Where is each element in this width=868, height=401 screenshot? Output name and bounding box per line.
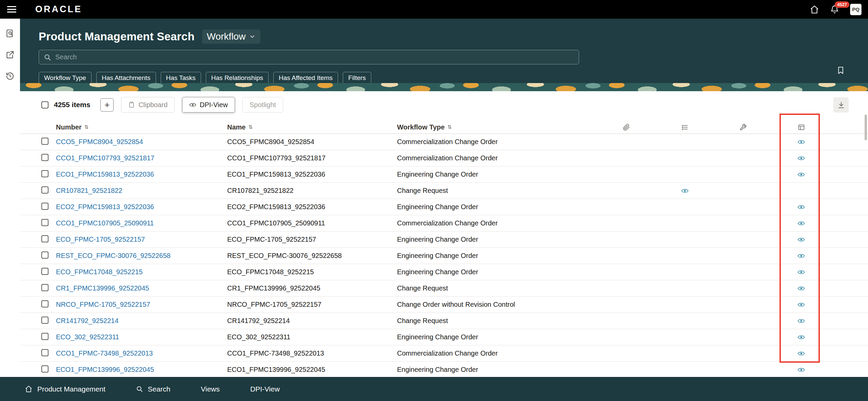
row-number-link[interactable]: CCO1_FPMC107905_25090911 [56, 219, 154, 227]
view-dpi-eye-icon[interactable] [797, 171, 805, 178]
row-number-link[interactable]: ECO_302_92522311 [56, 333, 119, 341]
notifications-bell-icon[interactable]: 4527 [830, 5, 839, 14]
dpi-eye-cell [772, 285, 830, 292]
row-checkbox[interactable] [41, 235, 48, 242]
filter-chip-workflow-type[interactable]: Workflow Type [39, 72, 92, 84]
column-header-actions[interactable] [714, 124, 772, 131]
filter-chip-has-attachments[interactable]: Has Attachments [96, 72, 156, 84]
row-checkbox[interactable] [41, 219, 48, 226]
select-all-checkbox[interactable] [41, 101, 48, 108]
home-icon[interactable] [810, 5, 819, 14]
row-checkbox[interactable] [41, 203, 48, 210]
row-checkbox[interactable] [41, 170, 48, 177]
row-name: ECO1_FPMC159813_92522036 [227, 171, 397, 178]
view-dpi-eye-icon[interactable] [797, 138, 805, 146]
row-number-link[interactable]: ECO_FPMC17048_9252215 [56, 268, 143, 276]
view-dpi-eye-icon[interactable] [797, 268, 805, 276]
hamburger-icon[interactable] [7, 4, 16, 14]
clipboard-button[interactable]: Clipboard [121, 97, 175, 113]
row-checkbox[interactable] [41, 186, 48, 194]
row-number-link[interactable]: ECO2_FPMC159813_92522036 [56, 203, 154, 210]
view-tasks-eye-icon[interactable] [681, 187, 689, 195]
export-icon[interactable] [5, 50, 15, 59]
filter-chip-has-tasks[interactable]: Has Tasks [161, 72, 201, 84]
download-icon [837, 101, 845, 109]
view-dpi-eye-icon[interactable] [797, 203, 805, 211]
row-checkbox[interactable] [41, 268, 48, 275]
row-number-link[interactable]: ECO1_FPMC159813_92522036 [56, 171, 154, 178]
column-header-tasks[interactable] [655, 124, 714, 131]
sort-icon[interactable]: ⇅ [447, 124, 452, 130]
filter-chip-filters[interactable]: Filters [343, 72, 371, 84]
row-workflow-type: Change Request [397, 317, 597, 325]
results-area: 4255 items + Clipboard DPI-View Spotligh… [20, 91, 868, 377]
dpi-eye-cell [772, 334, 830, 341]
row-workflow-type: Engineering Change Order [397, 203, 597, 211]
row-checkbox[interactable] [41, 252, 48, 259]
view-dpi-eye-icon[interactable] [797, 350, 805, 357]
row-checkbox[interactable] [41, 317, 48, 324]
row-number-link[interactable]: CCO1_FPMC107793_92521817 [56, 154, 154, 162]
view-dpi-eye-icon[interactable] [797, 334, 805, 341]
row-number-link[interactable]: CR107821_92521822 [56, 187, 122, 194]
filter-chip-has-relationships[interactable]: Has Relationships [206, 72, 269, 84]
dpi-eye-cell [772, 350, 830, 357]
row-checkbox[interactable] [41, 154, 48, 161]
bottombar-item-dpi-view[interactable]: DPI-View [250, 385, 280, 393]
row-number-link[interactable]: REST_ECO_FPMC-30076_92522658 [56, 252, 171, 259]
history-icon[interactable] [5, 72, 15, 81]
column-header-number[interactable]: Number⇅ [56, 123, 227, 131]
row-name: REST_ECO_FPMC-30076_92522658 [227, 252, 397, 260]
row-checkbox[interactable] [41, 365, 48, 373]
scope-selector[interactable]: Workflow [202, 29, 261, 44]
view-dpi-eye-icon[interactable] [797, 301, 805, 308]
download-button[interactable] [833, 97, 849, 113]
column-header-workflow-type[interactable]: Workflow Type⇅ [397, 123, 597, 131]
column-header-attachments[interactable] [597, 124, 655, 131]
view-dpi-eye-icon[interactable] [797, 317, 805, 325]
sort-icon[interactable]: ⇅ [248, 124, 253, 130]
sort-icon[interactable]: ⇅ [84, 124, 89, 130]
dpi-eye-cell [772, 268, 830, 276]
clipboard-icon [128, 101, 135, 108]
spotlight-button[interactable]: Spotlight [242, 97, 283, 113]
user-avatar[interactable]: PQ [850, 4, 862, 15]
view-dpi-eye-icon[interactable] [797, 285, 805, 292]
eye-icon [189, 101, 196, 108]
add-button[interactable]: + [100, 98, 114, 112]
row-number-link[interactable]: ECO_FPMC-1705_92522157 [56, 236, 145, 243]
saved-search-icon[interactable] [5, 29, 15, 38]
view-dpi-eye-icon[interactable] [797, 155, 805, 162]
row-number-link[interactable]: CR1_FPMC139996_92522045 [56, 284, 149, 292]
table-row: ECO_302_92522311 ECO_302_92522311 Engine… [20, 329, 868, 345]
bottombar-item-views[interactable]: Views [201, 385, 220, 393]
bottombar-item-product-management[interactable]: Product Management [25, 385, 105, 393]
row-checkbox[interactable] [41, 284, 48, 291]
view-dpi-eye-icon[interactable] [797, 366, 805, 374]
row-checkbox[interactable] [41, 300, 48, 307]
bottombar-item-search[interactable]: Search [136, 385, 171, 393]
paperclip-icon [623, 124, 630, 131]
row-workflow-type: Engineering Change Order [397, 268, 597, 276]
row-checkbox[interactable] [41, 138, 48, 145]
row-number-link[interactable]: CCO1_FPMC-73498_92522013 [56, 349, 153, 357]
row-number-link[interactable]: NRCO_FPMC-1705_92522157 [56, 301, 150, 308]
bookmark-icon[interactable] [836, 66, 845, 75]
row-workflow-type: Engineering Change Order [397, 333, 597, 341]
filter-chip-has-affected-items[interactable]: Has Affected Items [273, 72, 338, 84]
row-number-link[interactable]: CR141792_9252214 [56, 317, 119, 324]
table-view-icon [798, 124, 805, 131]
view-dpi-eye-icon[interactable] [797, 252, 805, 260]
vertical-scrollbar-thumb[interactable] [865, 115, 867, 140]
row-number-link[interactable]: ECO1_FPMC139996_92522045 [56, 366, 154, 373]
view-dpi-eye-icon[interactable] [797, 236, 805, 243]
view-dpi-eye-icon[interactable] [797, 220, 805, 227]
search-input[interactable] [55, 53, 574, 61]
row-checkbox[interactable] [41, 349, 48, 356]
row-number-link[interactable]: CCO5_FPMC8904_9252854 [56, 138, 143, 145]
column-header-name[interactable]: Name⇅ [227, 123, 397, 131]
dpi-view-button[interactable]: DPI-View [182, 97, 235, 113]
row-checkbox[interactable] [41, 333, 48, 340]
dpi-eye-cell [772, 366, 830, 374]
column-header-dpi-view[interactable] [772, 124, 830, 131]
